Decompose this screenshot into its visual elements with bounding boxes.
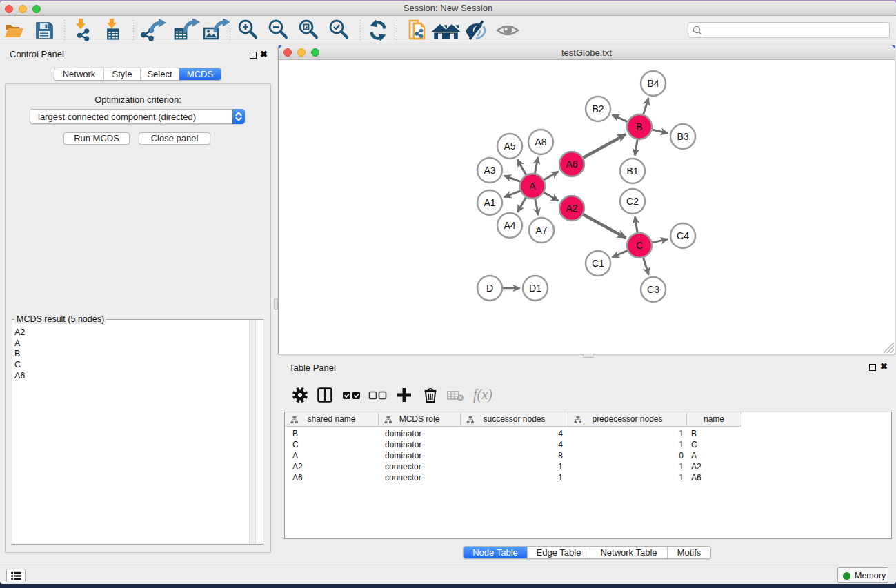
svg-text:C1: C1 [592, 258, 604, 269]
svg-text:A8: A8 [535, 136, 546, 148]
svg-text:A2: A2 [566, 203, 577, 214]
svg-text:B: B [636, 121, 642, 132]
svg-text:B2: B2 [592, 103, 604, 114]
svg-text:A6: A6 [566, 159, 577, 170]
svg-text:A: A [529, 181, 536, 192]
svg-text:A4: A4 [504, 220, 515, 231]
svg-text:C4: C4 [677, 230, 689, 241]
svg-text:B4: B4 [647, 78, 659, 89]
svg-text:C: C [636, 240, 643, 251]
svg-text:C3: C3 [647, 284, 659, 295]
svg-text:A1: A1 [484, 197, 495, 208]
svg-text:D1: D1 [529, 283, 541, 294]
svg-text:C2: C2 [626, 196, 639, 207]
svg-text:B1: B1 [626, 165, 638, 176]
svg-text:A3: A3 [484, 165, 495, 176]
svg-text:B3: B3 [677, 131, 688, 142]
svg-text:D: D [486, 283, 493, 294]
svg-text:A5: A5 [504, 141, 515, 152]
svg-text:A7: A7 [535, 225, 547, 236]
